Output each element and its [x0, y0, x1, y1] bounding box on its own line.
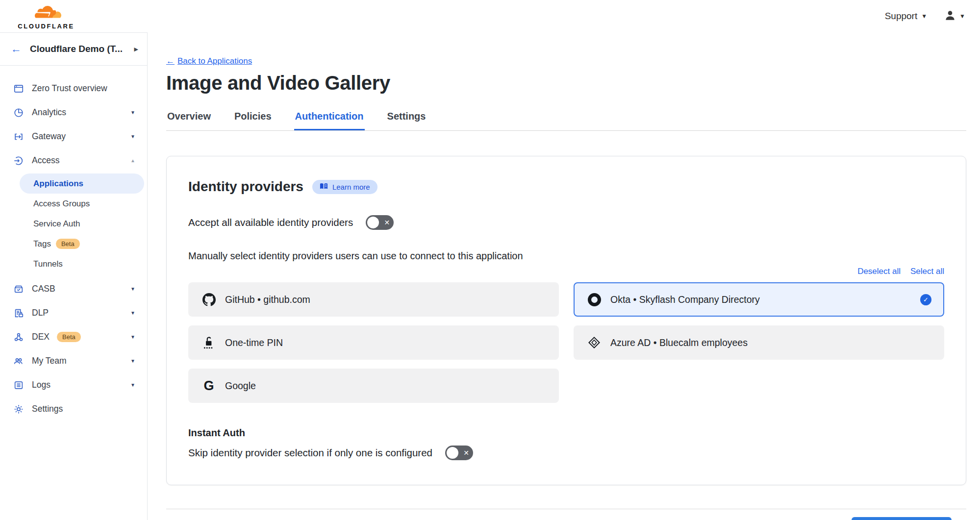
access-icon	[13, 155, 25, 167]
selected-check-icon: ✓	[920, 294, 931, 305]
accept-all-label: Accept all available identity providers	[188, 217, 353, 228]
left-arrow-icon: ←	[166, 56, 175, 66]
toggle-knob	[367, 217, 379, 228]
provider-tile-google[interactable]: G Google	[188, 369, 559, 403]
chevron-up-icon[interactable]: ▲	[130, 158, 135, 163]
sidebar-item-label: Settings	[32, 404, 63, 414]
sidebar-item-label: Tags	[33, 239, 51, 249]
overview-icon	[13, 83, 25, 95]
provider-tile-github[interactable]: GitHub • github.com	[188, 282, 559, 317]
book-icon	[320, 183, 328, 191]
instant-auth-heading: Instant Auth	[188, 427, 944, 439]
dlp-icon	[13, 307, 25, 319]
sidebar-item-label: CASB	[32, 284, 55, 294]
provider-tile-azure-ad[interactable]: Azure AD • Bluecalm employees	[574, 325, 944, 360]
user-menu[interactable]: ▼	[944, 9, 965, 24]
instant-auth-label: Skip identity provider selection if only…	[188, 447, 432, 459]
sidebar-item-label: Zero Trust overview	[32, 83, 107, 94]
deselect-all-link[interactable]: Deselect all	[857, 267, 901, 276]
instant-auth-toggle[interactable]: ✕	[445, 446, 473, 460]
team-icon	[13, 355, 25, 367]
chevron-down-icon[interactable]: ▼	[130, 310, 135, 316]
providers-grid: GitHub • github.com Okta • Skyflash Comp…	[188, 282, 944, 403]
sidebar-item-analytics[interactable]: Analytics ▼	[0, 100, 147, 124]
sidebar-item-service-auth[interactable]: Service Auth	[0, 214, 147, 234]
provider-name: Google	[225, 380, 256, 392]
accept-all-toggle[interactable]: ✕	[366, 215, 394, 230]
sidebar-item-tags[interactable]: Tags Beta	[0, 234, 147, 254]
card-heading: Identity providers	[188, 179, 303, 195]
provider-tile-one-time-pin[interactable]: One-time PIN	[188, 325, 559, 360]
topbar-right: Support ▼ ▼	[885, 9, 965, 24]
cloudflare-logo-text: CLOUDFLARE	[18, 23, 75, 30]
sidebar-item-zero-trust-overview[interactable]: Zero Trust overview	[0, 76, 147, 100]
sidebar-item-tunnels[interactable]: Tunnels	[0, 254, 147, 274]
sidebar-item-gateway[interactable]: Gateway ▼	[0, 124, 147, 149]
azure-ad-icon	[587, 336, 601, 349]
one-time-pin-icon	[202, 336, 216, 349]
chevron-down-icon[interactable]: ▼	[130, 110, 135, 115]
chevron-down-icon: ▼	[959, 13, 965, 20]
sidebar-item-logs[interactable]: Logs ▼	[0, 373, 147, 397]
support-menu[interactable]: Support ▼	[885, 11, 927, 22]
sidebar-item-applications[interactable]: Applications	[20, 173, 144, 194]
sidebar-item-label: Tunnels	[33, 259, 63, 269]
beta-badge: Beta	[56, 239, 80, 249]
user-avatar-icon	[944, 9, 956, 24]
page-title: Image and Video Gallery	[166, 72, 966, 94]
logs-icon	[13, 379, 25, 391]
cloudflare-logo: CLOUDFLARE	[7, 2, 85, 30]
chevron-down-icon[interactable]: ▼	[130, 358, 135, 364]
toggle-off-x-icon: ✕	[463, 449, 469, 456]
beta-badge: Beta	[57, 332, 81, 342]
sidebar-item-my-team[interactable]: My Team ▼	[0, 349, 147, 373]
analytics-icon	[13, 107, 25, 119]
back-arrow-icon[interactable]: ←	[11, 44, 22, 54]
save-application-button[interactable]: Save application	[852, 517, 952, 520]
gear-icon	[13, 403, 25, 415]
sidebar-item-label: My Team	[32, 356, 67, 366]
gateway-icon	[13, 131, 25, 143]
chevron-right-icon[interactable]: ▶	[134, 46, 138, 52]
sidebar-item-access[interactable]: Access ▲	[0, 149, 147, 173]
provider-tile-okta[interactable]: Okta • Skyflash Company Directory ✓	[574, 282, 944, 317]
sidebar-item-label: Service Auth	[33, 219, 80, 229]
sidebar-item-dlp[interactable]: DLP ▼	[0, 301, 147, 325]
tab-authentication[interactable]: Authentication	[294, 109, 365, 130]
sidebar-item-access-groups[interactable]: Access Groups	[0, 194, 147, 214]
main-content: ← Back to Applications Image and Video G…	[148, 32, 980, 520]
sidebar: ← Cloudflare Demo (T... ▶ Zero Trust ove…	[0, 32, 148, 520]
tab-policies[interactable]: Policies	[233, 109, 273, 130]
topbar: CLOUDFLARE Support ▼ ▼	[0, 0, 980, 32]
support-label: Support	[885, 11, 918, 22]
learn-more-badge[interactable]: Learn more	[312, 180, 377, 194]
tab-overview[interactable]: Overview	[166, 109, 212, 130]
provider-name: Okta • Skyflash Company Directory	[610, 294, 760, 305]
learn-more-label: Learn more	[332, 183, 370, 191]
identity-providers-card: Identity providers Learn more Accept all…	[166, 156, 966, 485]
sidebar-item-label: DEX	[32, 332, 50, 342]
okta-icon	[587, 293, 601, 306]
toggle-knob	[447, 447, 458, 459]
back-to-applications-link[interactable]: ← Back to Applications	[166, 56, 252, 66]
sidebar-item-label: Logs	[32, 380, 50, 390]
toggle-off-x-icon: ✕	[384, 219, 390, 226]
sidebar-item-settings[interactable]: Settings	[0, 397, 147, 421]
tab-settings[interactable]: Settings	[386, 109, 427, 130]
select-all-link[interactable]: Select all	[910, 267, 944, 276]
provider-name: Azure AD • Bluecalm employees	[610, 337, 748, 348]
github-icon	[202, 293, 216, 306]
google-icon: G	[202, 379, 216, 393]
sidebar-item-casb[interactable]: CASB ▼	[0, 277, 147, 301]
chevron-down-icon[interactable]: ▼	[130, 382, 135, 388]
sidebar-item-label: Applications	[33, 179, 83, 189]
footer-actions: Cancel Save application	[166, 509, 966, 520]
sidebar-item-dex[interactable]: DEX Beta ▼	[0, 325, 147, 349]
chevron-down-icon[interactable]: ▼	[130, 134, 135, 139]
chevron-down-icon[interactable]: ▼	[130, 286, 135, 292]
cloudflare-cloud-icon	[27, 4, 65, 22]
chevron-down-icon[interactable]: ▼	[130, 334, 135, 340]
chevron-down-icon: ▼	[921, 13, 927, 20]
account-name[interactable]: Cloudflare Demo (T...	[30, 44, 123, 54]
manual-select-text: Manually select identity providers users…	[188, 250, 944, 262]
